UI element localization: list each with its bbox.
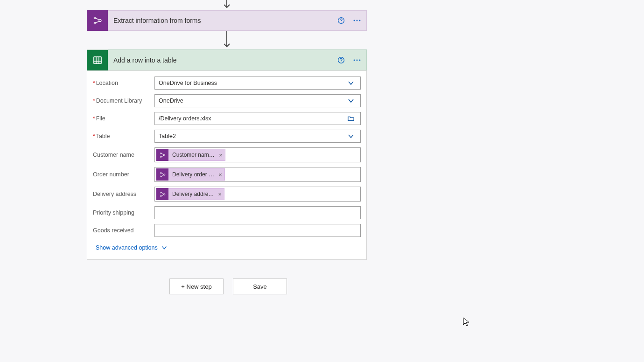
svg-line-27 [161,155,164,157]
location-select[interactable]: OneDrive for Business [154,77,361,90]
svg-point-7 [341,22,341,22]
location-label: *Location [93,80,154,86]
svg-rect-12 [94,57,102,64]
flow-column: Extract information from forms [87,0,367,294]
extract-forms-title: Extract information from forms [108,17,335,24]
svg-point-23 [160,153,161,154]
file-label: *File [93,115,154,122]
goods-received-field[interactable] [154,224,361,237]
table-select[interactable]: Table2 [154,130,361,143]
ai-builder-icon [87,10,108,31]
svg-point-22 [359,60,361,61]
more-menu-icon[interactable] [350,14,364,27]
delivery-address-token[interactable]: Delivery addre… × [156,188,224,200]
svg-line-32 [161,175,164,176]
svg-line-4 [96,18,99,21]
help-icon[interactable] [335,14,348,27]
action-bar: + New step Save [165,278,291,294]
connector-arrow [87,31,367,49]
customer-name-token[interactable]: Customer nam… × [156,149,225,161]
chevron-down-icon [345,133,357,139]
goods-label: Goods received [93,227,154,234]
svg-point-1 [94,17,96,19]
priority-shipping-field[interactable] [154,206,361,219]
svg-line-36 [161,192,164,194]
extract-forms-step[interactable]: Extract information from forms [87,10,367,31]
svg-point-19 [341,62,341,62]
customer-label: Customer name [93,152,154,158]
file-picker[interactable]: /Delivery orders.xlsx [154,112,361,125]
svg-point-2 [94,22,96,24]
svg-point-34 [160,195,161,197]
new-step-button[interactable]: + New step [169,278,224,294]
add-row-title: Add a row into a table [108,56,335,64]
token-label: Customer nam… [168,152,217,158]
ai-builder-icon [156,188,168,200]
token-remove-icon[interactable]: × [216,188,224,200]
chevron-down-icon [345,97,357,104]
svg-line-31 [161,173,164,174]
customer-name-field[interactable]: Customer nam… × [154,147,361,162]
folder-icon[interactable] [345,115,357,122]
delivery-address-field[interactable]: Delivery addre… × [154,187,361,202]
show-advanced-options[interactable]: Show advanced options [93,243,170,253]
svg-line-26 [161,153,164,154]
svg-point-9 [357,20,358,21]
help-icon[interactable] [335,54,348,67]
token-remove-icon[interactable]: × [216,169,224,180]
order-number-field[interactable]: Delivery order … × [154,167,361,182]
svg-point-28 [160,172,161,174]
svg-line-5 [96,21,99,23]
svg-point-29 [160,176,161,177]
save-button[interactable]: Save [233,278,287,294]
order-label: Order number [93,171,154,178]
add-row-header[interactable]: Add a row into a table [87,49,367,70]
add-row-step: Add a row into a table [87,49,367,260]
connector-arrow [87,0,367,10]
address-label: Delivery address [93,191,154,197]
svg-point-21 [357,60,358,61]
svg-point-33 [160,192,161,193]
ai-builder-icon [156,168,168,181]
token-label: Delivery order … [168,171,216,178]
cursor-icon [463,317,469,327]
token-label: Delivery addre… [168,191,216,197]
excel-icon [87,50,108,70]
chevron-down-icon [345,80,357,86]
flow-canvas: Extract information from forms [0,0,644,362]
ai-builder-icon [156,149,168,161]
table-label: *Table [93,133,154,139]
add-row-body: *Location OneDrive for Business *Documen… [87,70,367,260]
doclib-label: *Document Library [93,97,154,104]
svg-line-37 [161,195,164,196]
doclib-select[interactable]: OneDrive [154,94,361,107]
svg-point-10 [359,20,361,21]
token-remove-icon[interactable]: × [217,149,225,160]
more-menu-icon[interactable] [350,54,364,67]
svg-point-24 [160,156,161,158]
svg-point-20 [354,60,355,61]
svg-point-8 [354,20,355,21]
order-number-token[interactable]: Delivery order … × [156,168,225,181]
priority-label: Priority shipping [93,209,154,216]
